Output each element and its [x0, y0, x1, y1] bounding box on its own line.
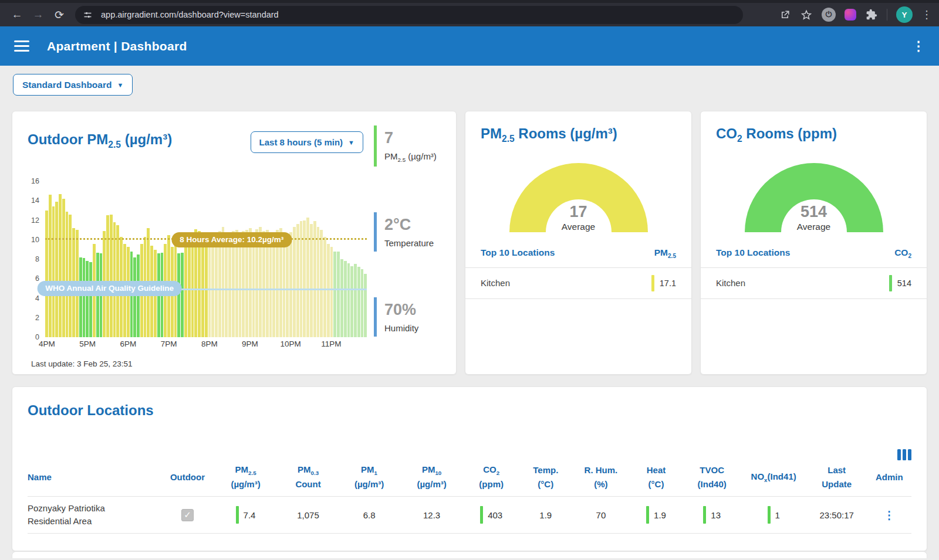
x-tick-label: 4PM — [39, 340, 55, 348]
chart-bar — [320, 230, 323, 337]
co2-gauge: 514 Average — [745, 163, 883, 232]
chart-bar — [106, 215, 109, 337]
chart-bar — [79, 257, 82, 337]
chart-bar — [86, 261, 89, 337]
chart-bar — [289, 232, 292, 338]
bookmark-star-icon[interactable] — [800, 8, 813, 21]
cell-last_update: 23:50:17 — [806, 510, 867, 520]
top-locations-label: Top 10 Locations — [716, 247, 790, 259]
hamburger-menu-icon[interactable] — [14, 40, 29, 52]
stat-temperature-label: Temperature — [384, 238, 448, 248]
chart-bar — [293, 227, 296, 337]
cell-pm10: 12.3 — [400, 510, 464, 520]
y-tick-label: 16 — [31, 177, 39, 185]
column-header-heat: Heat(°C) — [629, 463, 683, 491]
chart-bar — [344, 261, 347, 337]
stat-pm25-value: 7 — [384, 129, 448, 147]
x-tick-label: 11PM — [321, 340, 341, 348]
extension-pink-icon[interactable] — [845, 9, 856, 21]
site-settings-icon[interactable] — [80, 7, 95, 22]
chart-bar — [59, 194, 62, 338]
chart-bar — [327, 244, 330, 338]
y-tick-label: 2 — [35, 314, 39, 322]
forward-icon[interactable]: → — [28, 5, 48, 25]
chart-bar — [45, 211, 48, 337]
locations-list: Kitchen514 — [701, 267, 927, 299]
x-tick-label: 9PM — [242, 340, 258, 348]
outdoor-locations-card: Outdoor Locations NameOutdoorPM2.5(µg/m³… — [12, 386, 927, 551]
row-actions-icon[interactable]: ⋮ — [884, 508, 895, 522]
chart-bar — [188, 246, 191, 337]
outdoor-pm25-title: Outdoor PM2.5 (µg/m³) — [28, 131, 172, 150]
chart-y-axis: 0246810121416 — [26, 181, 45, 337]
stat-humidity-value: 70% — [384, 301, 448, 319]
chart-bar — [184, 247, 187, 338]
chart-bar — [286, 235, 289, 338]
chart-bar — [350, 266, 353, 337]
chart-bar — [330, 247, 333, 338]
cell-pm25: 7.4 — [214, 506, 278, 524]
cell-pm003: 1,075 — [278, 510, 339, 520]
gauge-average-value: 514 — [745, 203, 883, 221]
location-value: 17.1 — [651, 275, 676, 291]
divider — [887, 9, 887, 21]
co2-rooms-card: CO2 Rooms (ppm) 514 Average Top 10 Locat… — [700, 111, 927, 375]
cell-name: Poznyaky Patriotika Residential Area — [28, 502, 161, 528]
column-settings-icon[interactable] — [897, 449, 912, 460]
location-row[interactable]: Kitchen17.1 — [465, 268, 691, 299]
chart-bar — [52, 206, 55, 337]
column-header-tvoc: TVOC(Ind40) — [683, 463, 741, 491]
chart-bar — [269, 235, 272, 338]
browser-menu-icon[interactable]: ⋮ — [921, 9, 932, 20]
y-tick-label: 10 — [31, 236, 39, 244]
app-menu-icon[interactable]: ⋮ — [912, 39, 925, 54]
extension-power-icon[interactable]: ⏻ — [822, 8, 836, 22]
chart-plot-area[interactable]: 8 Hours Average: 10.2µg/m³ WHO Annual Ai… — [45, 181, 367, 337]
gauge-average-label: Average — [509, 222, 648, 232]
extensions-puzzle-icon[interactable] — [865, 8, 878, 21]
cell-rhum: 70 — [572, 510, 629, 520]
metric-label: CO2 — [894, 247, 911, 259]
chart-bar — [69, 215, 72, 338]
location-name: Kitchen — [481, 278, 510, 288]
chart-bar — [306, 218, 309, 338]
stat-humidity: 70% Humidity — [374, 297, 448, 337]
chevron-down-icon: ▼ — [348, 139, 354, 146]
x-tick-label: 10PM — [281, 340, 301, 348]
co2-rooms-title: CO2 Rooms (ppm) — [716, 125, 911, 144]
column-header-pm10: PM10(µg/m³) — [400, 463, 464, 491]
average-line: 8 Hours Average: 10.2µg/m³ — [45, 238, 367, 240]
page-title: Apartment | Dashboard — [47, 39, 187, 53]
outdoor-checkbox[interactable]: ✓ — [181, 509, 194, 521]
chart-bar — [252, 232, 255, 338]
chart-bars — [45, 181, 367, 337]
location-row[interactable]: Kitchen514 — [701, 268, 927, 299]
chart-bar — [310, 224, 313, 337]
chart-bar — [364, 274, 367, 337]
who-guideline-line: WHO Annual Air Quality Guideline — [45, 289, 367, 290]
chart-bar — [283, 233, 286, 337]
y-tick-label: 4 — [35, 294, 39, 303]
pm25-gauge: 17 Average — [509, 163, 648, 232]
back-icon[interactable]: ← — [7, 5, 27, 25]
chart-bar — [239, 234, 242, 337]
cell-admin: ⋮ — [867, 508, 911, 522]
chart-bar — [337, 252, 340, 337]
location-value: 514 — [889, 275, 911, 291]
y-tick-label: 6 — [35, 274, 39, 283]
time-range-button[interactable]: Last 8 hours (5 min) ▼ — [251, 131, 363, 153]
chart-bar — [133, 257, 136, 337]
table-header-row: NameOutdoorPM2.5(µg/m³)PM0.3CountPM1(µg/… — [28, 463, 911, 497]
dashboard-selector-button[interactable]: Standard Dashboard ▼ — [13, 74, 133, 96]
reload-icon[interactable]: ⟳ — [49, 5, 69, 25]
cell-outdoor: ✓ — [161, 509, 214, 521]
open-in-new-icon[interactable] — [778, 8, 791, 21]
y-tick-label: 12 — [31, 216, 39, 225]
table-row[interactable]: Poznyaky Patriotika Residential Area✓7.4… — [28, 497, 911, 534]
address-bar[interactable]: app.airgradient.com/dashboard?view=stand… — [75, 6, 743, 24]
chevron-down-icon: ▼ — [117, 82, 123, 89]
cell-temp: 1.9 — [519, 510, 572, 520]
pm25-rooms-title: PM2.5 Rooms (µg/m³) — [481, 125, 676, 144]
profile-avatar[interactable]: Y — [896, 6, 913, 23]
gauge-average-label: Average — [745, 222, 883, 232]
